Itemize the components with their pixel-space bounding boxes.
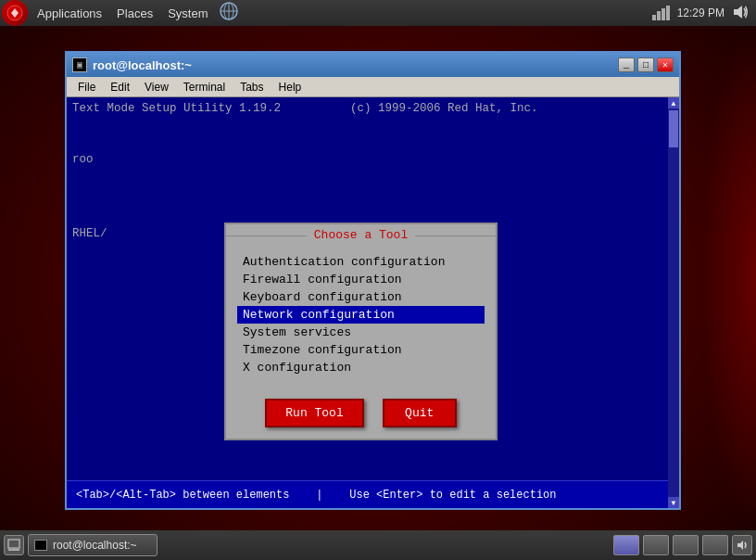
terminal-maximize-button[interactable]: □ bbox=[637, 57, 654, 72]
taskbar-bottom-right bbox=[613, 535, 752, 555]
tool-item-network[interactable]: Network configuration bbox=[237, 306, 485, 324]
terminal-titlebar-buttons: _ □ ✕ bbox=[618, 57, 674, 72]
svg-marker-9 bbox=[734, 6, 742, 19]
desktop-decoration bbox=[700, 26, 756, 527]
terminal-app-icon: ▣ bbox=[72, 57, 87, 72]
tool-list: Authentication configuration Firewall co… bbox=[226, 246, 496, 384]
taskbar-window-button[interactable]: root@localhost:~ bbox=[28, 534, 158, 556]
network-globe-icon bbox=[219, 1, 239, 26]
taskbar-right: 12:29 PM bbox=[651, 4, 756, 23]
pager-btn-2[interactable] bbox=[643, 535, 669, 555]
terminal-titlebar-left: ▣ root@localhost:~ bbox=[72, 57, 192, 72]
tool-item-timezone[interactable]: Timezone configuration bbox=[237, 341, 485, 359]
pager-btn-4[interactable] bbox=[702, 535, 728, 555]
terminal-prompt-rhel: RHEL/ bbox=[72, 227, 107, 240]
terminal-menubar: File Edit View Terminal Tabs Help bbox=[67, 77, 679, 97]
svg-rect-8 bbox=[666, 6, 670, 20]
run-tool-button[interactable]: Run Tool bbox=[265, 399, 363, 427]
terminal-menu-terminal[interactable]: Terminal bbox=[176, 77, 233, 96]
terminal-menu-tabs[interactable]: Tabs bbox=[233, 77, 271, 96]
taskbar-bottom-left: root@localhost:~ bbox=[4, 534, 158, 556]
scroll-up-arrow[interactable]: ▲ bbox=[668, 97, 679, 108]
taskbar-show-desktop-button[interactable] bbox=[4, 535, 24, 555]
taskbar-applications[interactable]: Applications bbox=[30, 0, 109, 26]
network-status-icon bbox=[651, 6, 670, 20]
scroll-thumb[interactable] bbox=[669, 110, 678, 147]
svg-rect-6 bbox=[657, 11, 661, 20]
terminal-close-button[interactable]: ✕ bbox=[657, 57, 674, 72]
tool-item-x[interactable]: X configuration bbox=[237, 359, 485, 376]
terminal-title: root@localhost:~ bbox=[93, 58, 192, 72]
quit-button[interactable]: Quit bbox=[383, 399, 457, 427]
svg-rect-10 bbox=[8, 540, 19, 548]
dialog-buttons: Run Tool Quit bbox=[226, 384, 496, 439]
svg-rect-7 bbox=[662, 8, 665, 20]
terminal-menu-edit[interactable]: Edit bbox=[103, 77, 137, 96]
setup-dialog: Choose a Tool Authentication configurati… bbox=[224, 223, 498, 440]
statusbar-text: <Tab>/<Alt-Tab> between elements | Use <… bbox=[76, 489, 556, 502]
clock: 12:29 PM bbox=[677, 6, 724, 19]
pager-btn-3[interactable] bbox=[673, 535, 699, 555]
pager-btn-1[interactable] bbox=[613, 535, 639, 555]
tool-item-keyboard[interactable]: Keyboard configuration bbox=[237, 288, 485, 306]
taskbar-window-label: root@localhost:~ bbox=[53, 539, 137, 552]
taskbar-sound-button[interactable] bbox=[732, 535, 752, 555]
scroll-down-arrow[interactable]: ▼ bbox=[668, 497, 679, 508]
dialog-title-text: Choose a Tool bbox=[307, 228, 415, 242]
taskbar-left: Applications Places System bbox=[0, 0, 239, 26]
taskbar-places[interactable]: Places bbox=[109, 0, 160, 26]
desktop: Applications Places System bbox=[0, 0, 756, 560]
terminal-menu-view[interactable]: View bbox=[137, 77, 176, 96]
terminal-prompt-root: roo bbox=[72, 153, 94, 166]
terminal-titlebar: ▣ root@localhost:~ _ □ ✕ bbox=[67, 53, 679, 77]
window-btn-icon bbox=[34, 540, 47, 551]
terminal-content: Text Mode Setup Utility 1.19.2 (c) 1999-… bbox=[67, 97, 679, 508]
taskbar-bottom: root@localhost:~ bbox=[0, 530, 756, 560]
terminal-window: ▣ root@localhost:~ _ □ ✕ File Edit View … bbox=[65, 51, 681, 510]
applications-icon[interactable] bbox=[2, 0, 28, 26]
dialog-title-row: Choose a Tool bbox=[226, 224, 496, 246]
svg-marker-12 bbox=[737, 541, 743, 550]
svg-rect-11 bbox=[8, 549, 19, 551]
sound-icon[interactable] bbox=[732, 4, 749, 23]
terminal-menu-help[interactable]: Help bbox=[271, 77, 309, 96]
terminal-statusbar: <Tab>/<Alt-Tab> between elements | Use <… bbox=[67, 480, 679, 508]
tool-item-services[interactable]: System services bbox=[237, 324, 485, 341]
svg-rect-5 bbox=[652, 15, 656, 20]
tool-item-auth[interactable]: Authentication configuration bbox=[237, 253, 485, 271]
terminal-minimize-button[interactable]: _ bbox=[618, 57, 635, 72]
terminal-scrollbar[interactable]: ▲ ▼ bbox=[668, 97, 679, 508]
terminal-header-line: Text Mode Setup Utility 1.19.2 (c) 1999-… bbox=[72, 101, 674, 118]
taskbar-system[interactable]: System bbox=[160, 0, 215, 26]
tool-item-firewall[interactable]: Firewall configuration bbox=[237, 271, 485, 288]
terminal-menu-file[interactable]: File bbox=[70, 77, 103, 96]
taskbar-top: Applications Places System bbox=[0, 0, 756, 26]
